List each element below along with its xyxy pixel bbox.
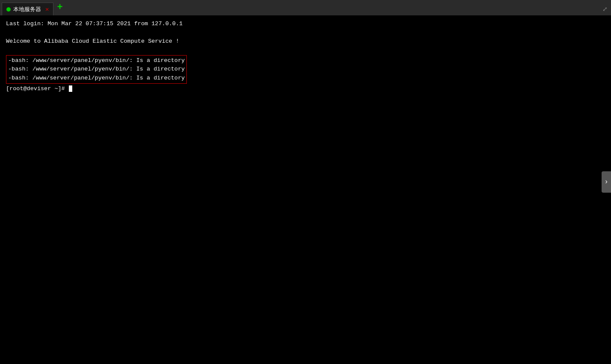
error-line-2: -bash: /www/server/panel/pyenv/bin/: Is … bbox=[8, 65, 185, 73]
error-block: -bash: /www/server/panel/pyenv/bin/: Is … bbox=[6, 55, 187, 84]
terminal-line-login: Last login: Mon Mar 22 07:37:15 2021 fro… bbox=[6, 20, 605, 28]
tab-status-dot bbox=[6, 7, 11, 12]
new-tab-button[interactable]: + bbox=[57, 3, 62, 12]
prompt-text: [root@deviser ~]# bbox=[6, 85, 68, 93]
terminal-area[interactable]: Last login: Mon Mar 22 07:37:15 2021 fro… bbox=[0, 15, 611, 364]
sidebar-arrow-button[interactable]: › bbox=[602, 171, 611, 193]
terminal-prompt: [root@deviser ~]# bbox=[6, 85, 605, 93]
terminal-line-welcome: Welcome to Alibaba Cloud Elastic Compute… bbox=[6, 37, 605, 46]
tab-local-server[interactable]: 本地服务器 ✕ bbox=[2, 3, 53, 15]
error-line-3: -bash: /www/server/panel/pyenv/bin/: Is … bbox=[8, 74, 185, 82]
terminal-blank-line bbox=[6, 28, 605, 37]
terminal-cursor bbox=[69, 85, 72, 92]
tab-close-button[interactable]: ✕ bbox=[45, 6, 49, 12]
terminal-blank-line-2 bbox=[6, 46, 605, 54]
tab-label: 本地服务器 bbox=[13, 6, 41, 13]
expand-icon[interactable]: ⤢ bbox=[602, 6, 608, 13]
tab-bar: 本地服务器 ✕ + ⤢ bbox=[0, 0, 611, 15]
error-line-1: -bash: /www/server/panel/pyenv/bin/: Is … bbox=[8, 56, 185, 65]
